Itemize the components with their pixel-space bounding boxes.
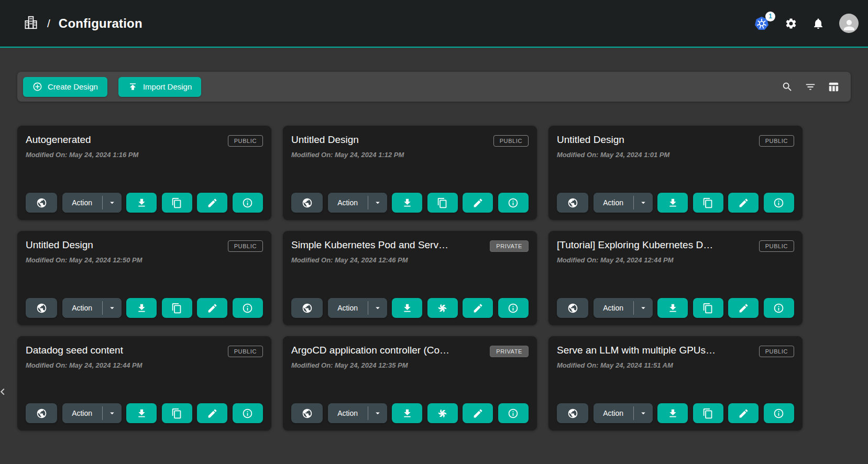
download-button[interactable] <box>392 403 422 423</box>
design-card: [Tutorial] Exploring Kubernetes D… PUBLI… <box>548 231 803 325</box>
visibility-globe-button[interactable] <box>26 298 57 318</box>
info-button[interactable] <box>764 298 794 318</box>
drawer-collapse-chevron[interactable] <box>0 384 9 400</box>
chevron-down-icon <box>639 408 648 418</box>
action-dropdown-toggle[interactable] <box>368 403 387 423</box>
info-button[interactable] <box>498 298 529 318</box>
info-button[interactable] <box>233 193 263 213</box>
download-button[interactable] <box>126 403 157 423</box>
visibility-badge: PUBLIC <box>228 135 263 147</box>
action-split-button: Action <box>62 298 122 318</box>
action-split-button: Action <box>328 193 387 213</box>
action-button[interactable]: Action <box>62 193 102 213</box>
table-view-icon[interactable] <box>828 81 839 93</box>
action-dropdown-toggle[interactable] <box>368 298 387 318</box>
action-dropdown-toggle[interactable] <box>634 193 653 213</box>
pencil-icon <box>207 197 218 208</box>
visibility-globe-button[interactable] <box>557 193 588 213</box>
design-title: Untitled Design <box>557 134 624 146</box>
edit-button[interactable] <box>197 403 227 423</box>
bell-icon[interactable] <box>812 17 825 30</box>
design-card: Serve an LLM with multiple GPUs… PUBLIC … <box>548 336 803 430</box>
download-button[interactable] <box>392 193 422 213</box>
clone-button[interactable] <box>162 298 192 318</box>
clone-button[interactable] <box>162 193 192 213</box>
clone-button[interactable] <box>693 403 723 423</box>
edit-button[interactable] <box>463 403 493 423</box>
kubernetes-context-icon[interactable]: 1 <box>753 15 770 32</box>
action-dropdown-toggle[interactable] <box>103 403 122 423</box>
visibility-globe-button[interactable] <box>557 298 588 318</box>
visibility-globe-button[interactable] <box>26 193 57 213</box>
copy-icon <box>171 197 182 208</box>
edit-button[interactable] <box>197 193 227 213</box>
download-button[interactable] <box>657 298 688 318</box>
building-icon[interactable] <box>23 15 39 32</box>
action-split-button: Action <box>328 403 387 423</box>
edit-button[interactable] <box>463 193 493 213</box>
action-dropdown-toggle[interactable] <box>368 193 387 213</box>
edit-button[interactable] <box>728 403 759 423</box>
action-button[interactable]: Action <box>62 298 102 318</box>
swirl-icon <box>437 303 448 314</box>
visibility-globe-button[interactable] <box>291 403 323 423</box>
visibility-globe-button[interactable] <box>291 298 323 318</box>
clone-button[interactable] <box>693 193 723 213</box>
action-button[interactable]: Action <box>328 298 368 318</box>
search-icon[interactable] <box>782 81 793 93</box>
card-action-bar: Action <box>557 193 794 213</box>
action-dropdown-toggle[interactable] <box>103 193 122 213</box>
action-button[interactable]: Action <box>594 403 633 423</box>
download-button[interactable] <box>657 403 688 423</box>
action-dropdown-toggle[interactable] <box>634 298 653 318</box>
kanvas-swirl-button[interactable] <box>427 298 458 318</box>
design-title: Serve an LLM with multiple GPUs… <box>557 345 716 356</box>
design-card: Simple Kubernetes Pod and Serv… PRIVATE … <box>283 231 537 325</box>
visibility-globe-button[interactable] <box>291 193 323 213</box>
action-button[interactable]: Action <box>62 403 102 423</box>
edit-button[interactable] <box>728 298 759 318</box>
info-button[interactable] <box>233 403 263 423</box>
action-button[interactable]: Action <box>328 403 368 423</box>
gear-icon[interactable] <box>785 17 797 30</box>
info-button[interactable] <box>233 298 263 318</box>
clone-button[interactable] <box>427 193 458 213</box>
download-button[interactable] <box>392 298 422 318</box>
download-button[interactable] <box>126 298 157 318</box>
design-grid: Autogenerated PUBLIC Modified On: May 24… <box>17 126 868 430</box>
action-button[interactable]: Action <box>328 193 368 213</box>
info-button[interactable] <box>498 403 529 423</box>
info-button[interactable] <box>764 193 794 213</box>
chevron-down-icon <box>107 198 117 207</box>
clone-button[interactable] <box>162 403 192 423</box>
download-button[interactable] <box>657 193 688 213</box>
avatar[interactable] <box>839 14 859 33</box>
design-title: Datadog seed content <box>26 345 123 356</box>
action-button[interactable]: Action <box>594 193 633 213</box>
action-dropdown-toggle[interactable] <box>103 298 122 318</box>
import-design-button[interactable]: Import Design <box>118 77 201 97</box>
visibility-globe-button[interactable] <box>26 403 57 423</box>
kanvas-swirl-button[interactable] <box>427 403 458 423</box>
info-icon <box>773 197 784 208</box>
edit-button[interactable] <box>197 298 227 318</box>
download-icon <box>136 408 147 419</box>
create-design-button[interactable]: Create Design <box>23 77 107 97</box>
clone-button[interactable] <box>693 298 723 318</box>
edit-button[interactable] <box>728 193 759 213</box>
create-design-label: Create Design <box>48 82 98 91</box>
breadcrumb: / Configuration <box>23 15 142 32</box>
download-button[interactable] <box>126 193 157 213</box>
info-button[interactable] <box>498 193 529 213</box>
visibility-globe-button[interactable] <box>557 403 588 423</box>
context-count-badge: 1 <box>765 12 775 21</box>
chevron-down-icon <box>639 198 648 207</box>
action-button-label: Action <box>337 304 358 312</box>
action-split-button: Action <box>594 193 653 213</box>
info-button[interactable] <box>764 403 794 423</box>
edit-button[interactable] <box>463 298 493 318</box>
action-dropdown-toggle[interactable] <box>634 403 653 423</box>
action-button[interactable]: Action <box>594 298 633 318</box>
filter-icon[interactable] <box>805 81 816 93</box>
globe-icon <box>302 408 313 419</box>
